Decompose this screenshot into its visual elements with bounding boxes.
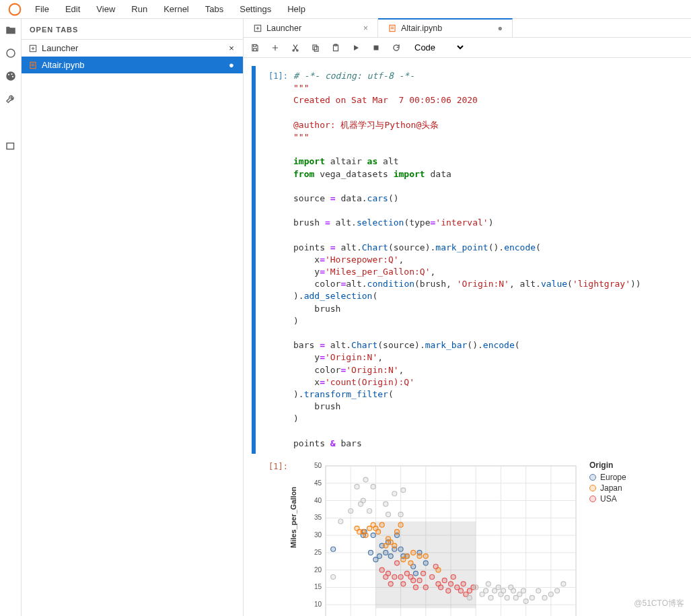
svg-point-131 [384, 502, 388, 506]
svg-point-107 [423, 585, 428, 590]
svg-point-124 [349, 508, 353, 513]
cut-icon[interactable] [291, 43, 300, 53]
svg-point-130 [371, 484, 375, 489]
svg-point-83 [392, 543, 397, 548]
svg-text:35: 35 [314, 514, 322, 521]
menu-help[interactable]: Help [279, 1, 314, 17]
svg-point-56 [373, 557, 378, 562]
legend-item[interactable]: USA [589, 494, 626, 504]
tab-label: Launcher [42, 43, 223, 53]
svg-point-61 [388, 553, 393, 558]
watermark: @51CTO博客 [634, 598, 684, 609]
svg-point-154 [536, 588, 541, 593]
notebook-icon [388, 24, 397, 33]
svg-rect-13 [391, 27, 394, 28]
legend-item[interactable]: Japan [589, 483, 626, 493]
legend-title: Origin [589, 460, 626, 470]
open-tab-item[interactable]: Altair.ipynb● [22, 57, 243, 73]
svg-point-70 [423, 561, 428, 566]
svg-point-3 [7, 74, 9, 75]
svg-point-150 [517, 592, 522, 596]
svg-text:45: 45 [314, 479, 322, 487]
svg-point-135 [401, 487, 406, 492]
left-panel: OPEN TABS Launcher×Altair.ipynb● [22, 19, 244, 616]
svg-point-64 [398, 547, 403, 551]
palette-icon[interactable] [5, 70, 17, 82]
tab-label: Altair.ipynb [42, 60, 223, 70]
svg-point-75 [367, 526, 372, 531]
svg-point-141 [488, 595, 493, 600]
svg-text:25: 25 [314, 549, 322, 556]
menu-view[interactable]: View [88, 1, 123, 17]
svg-point-114 [449, 582, 453, 586]
menu-settings[interactable]: Settings [231, 1, 279, 17]
svg-point-113 [446, 588, 451, 593]
close-icon[interactable]: × [363, 24, 368, 33]
stop-icon[interactable] [371, 43, 381, 53]
svg-point-140 [486, 582, 490, 586]
svg-point-139 [484, 588, 488, 593]
svg-point-85 [398, 522, 403, 527]
svg-point-98 [395, 561, 400, 566]
svg-point-0 [9, 3, 21, 15]
svg-point-129 [367, 508, 372, 513]
svg-point-103 [411, 578, 416, 582]
svg-point-97 [392, 574, 397, 579]
open-tabs-header: OPEN TABS [22, 19, 243, 40]
menu-tabs[interactable]: Tabs [197, 1, 231, 17]
svg-rect-21 [374, 45, 379, 50]
svg-point-101 [404, 571, 409, 576]
launcher-icon [253, 24, 262, 33]
svg-point-95 [386, 571, 391, 576]
menu-kernel[interactable]: Kernel [155, 1, 197, 17]
svg-point-84 [395, 529, 400, 534]
save-icon[interactable] [250, 43, 260, 53]
running-icon[interactable] [5, 47, 17, 59]
cell-type-select[interactable]: CodeMarkdownRaw [412, 42, 466, 53]
scatter-chart[interactable]: 101520253035404550 Miles_per_Gallon Orig… [293, 460, 643, 616]
document-tab[interactable]: Altair.ipynb● [378, 18, 513, 37]
tabs-icon[interactable] [5, 140, 17, 152]
wrench-icon[interactable] [5, 93, 17, 105]
copy-icon[interactable] [311, 43, 320, 53]
code-editor[interactable]: # -*- coding: utf-8 -*- """ Created on S… [293, 70, 683, 450]
code-cell[interactable]: [1]: # -*- coding: utf-8 -*- """ Created… [252, 66, 683, 454]
restart-icon[interactable] [392, 43, 401, 53]
notebook-area[interactable]: [1]: # -*- coding: utf-8 -*- """ Created… [244, 58, 691, 616]
svg-point-109 [433, 564, 438, 569]
menu-run[interactable]: Run [123, 1, 155, 17]
dirty-indicator: ● [227, 60, 236, 70]
svg-text:40: 40 [314, 496, 322, 504]
activity-bar [0, 19, 22, 616]
svg-point-108 [430, 574, 435, 579]
menubar: FileEditViewRunKernelTabsSettingsHelp [0, 0, 691, 19]
svg-rect-10 [32, 65, 35, 66]
svg-text:15: 15 [314, 583, 322, 590]
close-icon[interactable]: × [227, 43, 236, 53]
run-icon[interactable] [351, 43, 361, 53]
svg-point-104 [413, 585, 418, 590]
svg-point-100 [401, 582, 406, 586]
svg-point-116 [455, 585, 460, 590]
svg-point-105 [417, 578, 422, 582]
svg-point-148 [511, 588, 516, 593]
svg-point-149 [513, 595, 518, 600]
svg-point-132 [386, 512, 391, 516]
legend-item[interactable]: Europe [589, 473, 626, 482]
dirty-indicator: ● [497, 24, 503, 33]
document-tab[interactable]: Launcher× [244, 19, 378, 37]
add-cell-icon[interactable] [270, 43, 280, 53]
svg-text:30: 30 [314, 531, 322, 539]
svg-point-119 [464, 592, 468, 596]
svg-point-80 [384, 543, 388, 548]
svg-point-115 [451, 574, 456, 579]
folder-icon[interactable] [5, 24, 17, 36]
menu-file[interactable]: File [27, 1, 57, 17]
open-tab-item[interactable]: Launcher× [22, 40, 243, 57]
paste-icon[interactable] [331, 43, 340, 53]
svg-point-57 [377, 553, 381, 558]
menu-edit[interactable]: Edit [57, 1, 88, 17]
svg-point-134 [398, 512, 403, 516]
jupyter-logo [8, 3, 22, 16]
svg-point-82 [388, 540, 393, 545]
